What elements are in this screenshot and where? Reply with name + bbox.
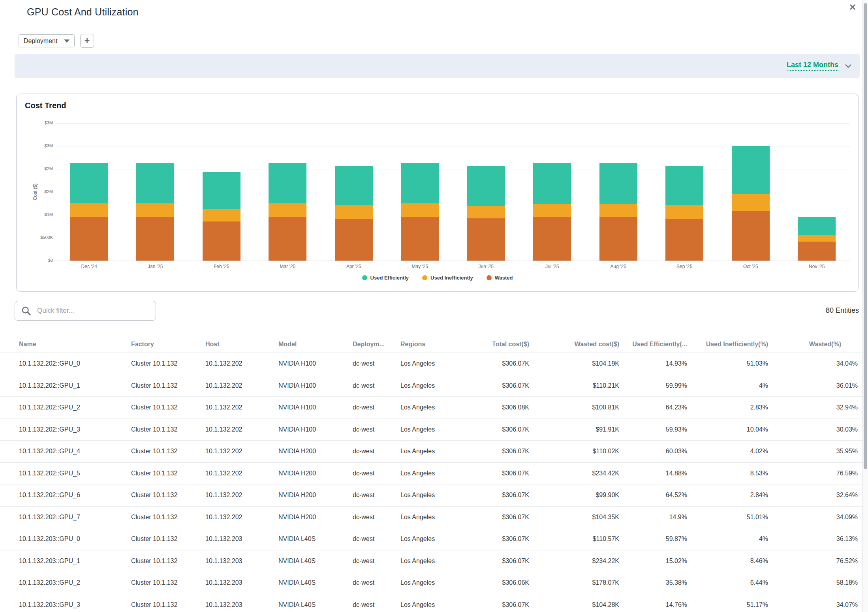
table-row[interactable]: 10.1.132.202::GPU_4Cluster 10.1.13210.1.… — [0, 441, 868, 463]
table-cell: 36.01% — [768, 382, 858, 389]
column-header-wasted-cost[interactable]: Wasted cost($) — [529, 341, 619, 348]
table-row[interactable]: 10.1.132.202::GPU_3Cluster 10.1.13210.1.… — [0, 419, 868, 441]
chevron-down-icon[interactable] — [844, 62, 853, 70]
table-cell: 10.1.132.202::GPU_2 — [19, 404, 131, 411]
table-cell: Los Angeles — [400, 404, 460, 411]
table-header: NameFactoryHostModelDeploym...RegionsTot… — [0, 336, 868, 353]
table-cell: $306.07K — [460, 382, 529, 389]
table-cell: NVIDIA L40S — [278, 535, 353, 543]
scrollbar-track[interactable] — [862, 0, 868, 612]
y-tick-label: $1M — [25, 212, 53, 217]
table-row[interactable]: 10.1.132.202::GPU_1Cluster 10.1.13210.1.… — [0, 375, 868, 397]
x-tick-label: Feb '25 — [188, 264, 255, 270]
table-cell: 10.1.132.202::GPU_7 — [19, 514, 131, 521]
table-row[interactable]: 10.1.132.202::GPU_7Cluster 10.1.13210.1.… — [0, 507, 868, 529]
table-cell: 10.1.132.202 — [205, 382, 278, 389]
bar-segment-wasted — [665, 219, 703, 261]
table-cell: 15.02% — [619, 558, 687, 565]
x-tick-label: May '25 — [387, 264, 453, 270]
table-row[interactable]: 10.1.132.202::GPU_5Cluster 10.1.13210.1.… — [0, 463, 868, 485]
scrollbar-thumb[interactable] — [864, 3, 867, 469]
table-cell: NVIDIA H200 — [278, 514, 353, 521]
table-cell: $306.07K — [460, 601, 529, 608]
bar-segment-used-efficiently — [665, 166, 703, 205]
column-header-regions[interactable]: Regions — [400, 341, 460, 348]
table-row[interactable]: 10.1.132.202::GPU_2Cluster 10.1.13210.1.… — [0, 397, 868, 419]
bar-segment-wasted — [467, 218, 505, 261]
table-cell: NVIDIA L40S — [278, 579, 353, 586]
legend-item-used-efficiently[interactable]: Used Efficiently — [362, 275, 409, 281]
table-row[interactable]: 10.1.132.203::GPU_2Cluster 10.1.13210.1.… — [0, 572, 868, 594]
table-cell: NVIDIA L40S — [278, 601, 353, 608]
bar-segment-wasted — [136, 217, 174, 261]
table-row[interactable]: 10.1.132.202::GPU_0Cluster 10.1.13210.1.… — [0, 353, 868, 375]
table-cell: $104.35K — [529, 514, 619, 521]
column-header-factory[interactable]: Factory — [131, 341, 205, 348]
bar-segment-wasted — [70, 217, 108, 261]
bar-segment-wasted — [269, 217, 306, 261]
table-cell: 10.1.132.203::GPU_1 — [19, 558, 131, 565]
table-cell: dc-west — [353, 514, 400, 521]
table-cell: $306.07K — [460, 448, 529, 455]
legend-dot-icon — [422, 275, 427, 280]
table-cell: Cluster 10.1.132 — [131, 404, 205, 411]
column-header-name[interactable]: Name — [19, 341, 131, 348]
close-icon[interactable]: ✕ — [847, 2, 859, 13]
bar-segment-used-inefficiently — [599, 204, 637, 217]
table-cell: Los Angeles — [400, 601, 460, 608]
group-by-dropdown[interactable]: Deployment — [19, 34, 75, 47]
column-header-host[interactable]: Host — [205, 341, 278, 348]
column-header-deploym[interactable]: Deploym... — [353, 341, 400, 348]
table-cell: $100.81K — [529, 404, 619, 411]
page-title: GPU Cost And Utilization — [27, 6, 139, 18]
bar-segment-wasted — [798, 242, 836, 261]
table-cell: 10.1.132.202 — [205, 404, 278, 411]
table-cell: Cluster 10.1.132 — [131, 426, 205, 433]
table-cell: 76.59% — [768, 470, 858, 477]
table-cell: $104.28K — [529, 601, 619, 608]
table-cell: 76.52% — [768, 558, 858, 565]
bar-segment-wasted — [732, 211, 770, 261]
table-cell: 10.1.132.203::GPU_3 — [19, 601, 131, 608]
table-cell: dc-west — [353, 579, 400, 586]
table-row[interactable]: 10.1.132.203::GPU_3Cluster 10.1.13210.1.… — [0, 594, 868, 612]
bar-segment-wasted — [335, 219, 373, 261]
column-header-used-efficiently[interactable]: Used Efficiently(... — [619, 341, 687, 348]
table-cell: 14.88% — [619, 470, 687, 477]
table-cell: 2.83% — [687, 404, 768, 411]
bar-segment-used-inefficiently — [70, 203, 108, 217]
table-cell: 35.95% — [768, 448, 858, 455]
quick-filter-box[interactable] — [15, 301, 156, 321]
x-tick-label: Sep '25 — [652, 264, 718, 270]
legend-label: Wasted — [495, 275, 513, 281]
legend-dot-icon — [487, 275, 492, 280]
table-row[interactable]: 10.1.132.203::GPU_1Cluster 10.1.13210.1.… — [0, 550, 868, 573]
time-range-selector[interactable]: Last 12 Months — [787, 61, 838, 71]
table-cell: $110.57K — [529, 535, 619, 543]
table-row[interactable]: 10.1.132.202::GPU_6Cluster 10.1.13210.1.… — [0, 484, 868, 507]
column-header-used-inefficiently[interactable]: Used Inefficiently(%) — [687, 341, 768, 348]
quick-filter-input[interactable] — [36, 306, 150, 315]
add-filter-button[interactable]: + — [80, 34, 94, 48]
legend-item-used-inefficiently[interactable]: Used Inefficiently — [422, 275, 473, 281]
table-cell: Los Angeles — [400, 360, 460, 367]
table-cell: 34.09% — [768, 514, 858, 521]
table-cell: 14.76% — [619, 601, 687, 608]
bar-segment-used-inefficiently — [798, 235, 836, 242]
table-cell: 10.1.132.202::GPU_3 — [19, 426, 131, 433]
table-cell: dc-west — [353, 404, 400, 411]
filter-bar: Last 12 Months — [15, 54, 860, 78]
column-header-wasted[interactable]: Wasted(%) — [768, 341, 858, 348]
x-tick-label: Dec '24 — [56, 264, 122, 270]
legend-item-wasted[interactable]: Wasted — [487, 275, 513, 281]
table-cell: 10.1.132.202 — [205, 514, 278, 521]
bar-segment-used-efficiently — [533, 163, 571, 204]
table-row[interactable]: 10.1.132.203::GPU_0Cluster 10.1.13210.1.… — [0, 528, 868, 550]
bar-segment-wasted — [599, 217, 637, 261]
table-cell: Cluster 10.1.132 — [131, 514, 205, 521]
column-header-total-cost[interactable]: Total cost($) — [460, 341, 529, 348]
column-header-model[interactable]: Model — [278, 341, 353, 348]
table-cell: dc-west — [353, 360, 400, 367]
table-cell: Los Angeles — [400, 470, 460, 477]
table-cell: Cluster 10.1.132 — [131, 558, 205, 565]
